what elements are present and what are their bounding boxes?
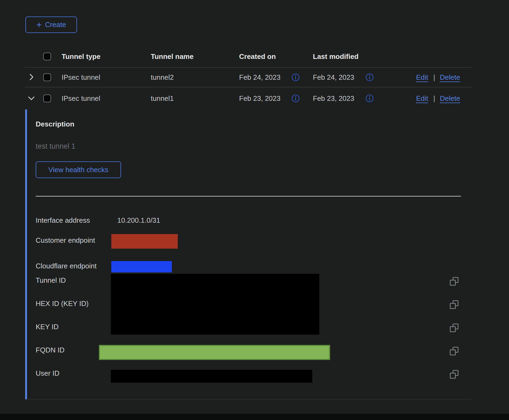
- create-button-label: Create: [45, 21, 66, 29]
- create-button[interactable]: + Create: [25, 16, 77, 33]
- last-modified-info-icon[interactable]: [365, 73, 374, 82]
- view-health-checks-button[interactable]: View health checks: [36, 161, 121, 178]
- tunnel-ids-redacted-value: [111, 274, 319, 335]
- created-on-cell: Feb 24, 2023: [239, 73, 280, 82]
- ipsec-tunnels-page: + Create Tunnel type Tunnel name Created…: [0, 0, 509, 420]
- copy-icon: [449, 276, 459, 286]
- last-modified-cell: Feb 23, 2023: [313, 94, 354, 103]
- user-id-label: User ID: [36, 369, 59, 378]
- interface-address-value: 10.200.1.0/31: [117, 216, 160, 225]
- cloudflare-endpoint-label: Cloudflare endpoint: [36, 262, 97, 270]
- last-modified-info-icon[interactable]: [365, 94, 374, 103]
- interface-address-label: Interface address: [36, 216, 90, 225]
- table-row-tunnel2: IPsec tunnel tunnel2 Feb 24, 2023 Feb 24…: [0, 68, 509, 87]
- fqdn-id-label: FQDN ID: [36, 346, 65, 354]
- collapse-row-button[interactable]: [26, 94, 36, 103]
- details-section-divider: [36, 196, 461, 196]
- chevron-right-icon: [27, 72, 36, 82]
- user-id-redacted-value: [111, 370, 312, 383]
- copy-icon: [449, 323, 459, 333]
- key-id-label: KEY ID: [36, 323, 59, 331]
- row-checkbox[interactable]: [43, 74, 51, 81]
- edit-link[interactable]: Edit: [416, 73, 428, 82]
- chevron-down-icon: [27, 94, 36, 103]
- created-on-cell: Feb 23, 2023: [239, 94, 280, 103]
- tunnel-name-cell: tunnel1: [151, 94, 174, 103]
- fqdn-id-redacted-value: [99, 345, 330, 360]
- expand-row-button[interactable]: [26, 72, 36, 82]
- hex-id-label: HEX ID (KEY ID): [36, 299, 89, 308]
- delete-link[interactable]: Delete: [440, 73, 460, 82]
- column-header-last-modified: Last modified: [313, 52, 359, 61]
- expanded-row-bottom-divider: [25, 399, 471, 399]
- tunnel-type-cell: IPsec tunnel: [62, 94, 100, 103]
- column-header-tunnel-name: Tunnel name: [151, 52, 193, 61]
- copy-icon: [449, 346, 459, 356]
- copy-icon: [449, 299, 459, 310]
- description-heading: Description: [36, 120, 74, 128]
- copy-key-id-button[interactable]: [449, 323, 459, 333]
- description-value: test tunnel 1: [36, 142, 75, 151]
- copy-fqdn-id-button[interactable]: [449, 346, 459, 356]
- edit-link[interactable]: Edit: [416, 94, 428, 103]
- copy-user-id-button[interactable]: [449, 369, 459, 379]
- last-modified-cell: Feb 24, 2023: [313, 73, 354, 82]
- customer-endpoint-label: Customer endpoint: [36, 236, 95, 245]
- select-all-checkbox[interactable]: [43, 52, 51, 60]
- created-on-info-icon[interactable]: [291, 94, 300, 103]
- action-separator: |: [433, 94, 435, 103]
- column-header-created-on: Created on: [239, 52, 276, 61]
- action-separator: |: [433, 73, 435, 82]
- tunnel-name-cell: tunnel2: [151, 73, 174, 82]
- column-header-tunnel-type: Tunnel type: [62, 52, 101, 61]
- tunnel-type-cell: IPsec tunnel: [62, 73, 100, 82]
- view-health-checks-label: View health checks: [48, 166, 108, 174]
- delete-link[interactable]: Delete: [440, 94, 460, 103]
- table-row-tunnel1: IPsec tunnel tunnel1 Feb 23, 2023 Feb 23…: [0, 87, 509, 109]
- created-on-info-icon[interactable]: [291, 73, 300, 82]
- customer-endpoint-redacted-value: [111, 234, 178, 249]
- copy-hex-id-button[interactable]: [449, 299, 459, 310]
- row-checkbox[interactable]: [43, 95, 51, 102]
- tunnel-id-label: Tunnel ID: [36, 276, 66, 285]
- page-bottom-strip: [0, 414, 509, 420]
- cloudflare-endpoint-redacted-value: [111, 261, 172, 272]
- table-header: Tunnel type Tunnel name Created on Last …: [0, 45, 509, 67]
- expanded-row-accent-bar: [25, 109, 27, 399]
- copy-icon: [449, 369, 459, 379]
- copy-tunnel-id-button[interactable]: [449, 276, 459, 286]
